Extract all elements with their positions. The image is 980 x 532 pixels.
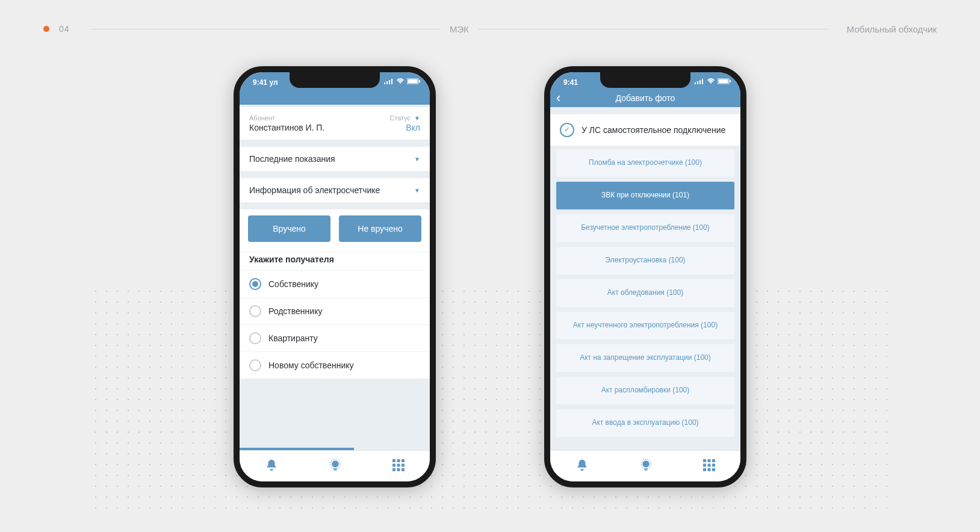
check-label: У ЛС самостоятельное подключение	[581, 125, 725, 135]
photo-category-option[interactable]: Акт обледования (100)	[556, 279, 734, 307]
svg-rect-11	[402, 459, 405, 462]
meter-info-expander[interactable]: Информация об электросчетчике ▼	[240, 178, 430, 202]
screen1-body: Абонент Константинов И. П. Статус ▼ Вкл …	[240, 107, 430, 450]
svg-rect-17	[402, 468, 405, 471]
tab-bar	[550, 450, 740, 481]
recipient-title: Укажите получателя	[240, 252, 430, 270]
recipient-radio-item[interactable]: Квартиранту	[240, 324, 430, 351]
page-number: 04	[59, 24, 70, 34]
signal-icon	[695, 78, 704, 84]
recipient-radio-list: СобственикуРодственникуКвартирантуНовому…	[240, 270, 430, 379]
svg-rect-30	[703, 463, 706, 466]
svg-rect-32	[712, 463, 715, 466]
recipient-radio-item[interactable]: Новому собственнику	[240, 351, 430, 379]
phone-mockup-1: 9:41 ул Абонент Константинов И. П. Стату…	[234, 66, 436, 487]
radio-icon	[249, 305, 261, 317]
svg-rect-31	[708, 463, 711, 466]
grid-icon[interactable]	[392, 459, 405, 474]
svg-rect-23	[719, 79, 728, 84]
readings-expander[interactable]: Последние показания ▼	[240, 147, 430, 171]
page-tagline: Мобильный обходчик	[847, 24, 937, 34]
radio-label: Собственику	[268, 279, 318, 289]
radio-icon	[249, 332, 261, 344]
signal-icon	[384, 78, 394, 84]
chevron-down-icon: ▼	[414, 187, 420, 194]
svg-rect-14	[402, 463, 405, 466]
photo-category-option[interactable]: Акт неучтенного электропотребления (100)	[556, 312, 734, 339]
svg-rect-27	[703, 459, 706, 462]
svg-rect-33	[703, 468, 706, 471]
tab-bar	[240, 450, 430, 481]
photo-category-option[interactable]: Акт ввода в эксплуатацию (100)	[556, 409, 734, 437]
app-bar: ‹ Добавить фото	[550, 89, 740, 107]
readings-label: Последние показания	[249, 154, 335, 164]
svg-rect-1	[386, 81, 388, 84]
photo-category-option[interactable]: ЗВК при отключении (101)	[556, 182, 734, 209]
status-right-icons	[384, 78, 420, 84]
svg-rect-12	[392, 463, 395, 466]
svg-rect-5	[408, 79, 418, 84]
radio-icon	[249, 278, 261, 290]
svg-point-7	[332, 461, 338, 467]
bell-icon[interactable]	[265, 459, 278, 474]
radio-icon	[249, 359, 261, 371]
lightbulb-icon[interactable]	[639, 458, 653, 475]
battery-icon	[407, 78, 420, 84]
photo-category-option[interactable]: Безучетное электропотребление (100)	[556, 214, 734, 242]
handed-button[interactable]: Вручено	[248, 215, 330, 242]
bell-icon[interactable]	[575, 459, 589, 474]
radio-label: Новому собственнику	[268, 360, 353, 370]
grid-icon[interactable]	[703, 459, 715, 474]
svg-rect-10	[397, 459, 400, 462]
chevron-down-icon[interactable]: ▼	[414, 115, 420, 122]
svg-rect-2	[389, 80, 390, 84]
screen2-body: ✓ У ЛС самостоятельное подключение Пломб…	[550, 107, 740, 450]
phone-notch	[290, 72, 380, 88]
recipient-radio-item[interactable]: Родственнику	[240, 297, 430, 324]
meter-info-label: Информация об электросчетчике	[249, 185, 380, 195]
wifi-icon	[396, 78, 405, 84]
svg-rect-13	[397, 463, 400, 466]
svg-rect-6	[419, 80, 420, 82]
accent-dot-icon	[43, 26, 49, 32]
status-time: 9:41	[563, 78, 578, 87]
not-handed-button[interactable]: Не вручено	[339, 215, 421, 242]
photo-category-option[interactable]: Акт распломбировки (100)	[556, 377, 734, 404]
photo-category-list: Пломба на электросчетчике (100)ЗВК при о…	[550, 146, 740, 437]
svg-rect-34	[708, 468, 711, 471]
divider-line	[91, 29, 440, 29]
phone-notch	[600, 72, 690, 88]
status-right-icons	[695, 78, 731, 84]
svg-rect-29	[712, 459, 715, 462]
radio-label: Родственнику	[268, 306, 322, 316]
divider-line	[479, 29, 827, 29]
radio-label: Квартиранту	[268, 333, 318, 343]
svg-rect-19	[697, 81, 698, 84]
svg-rect-3	[391, 79, 392, 84]
status-label: Статус	[389, 114, 411, 122]
lightbulb-icon[interactable]	[328, 458, 343, 475]
recipient-radio-item[interactable]: Собственику	[240, 270, 430, 297]
svg-rect-35	[712, 468, 715, 471]
svg-rect-21	[702, 79, 703, 84]
subscriber-card: Абонент Константинов И. П. Статус ▼ Вкл	[240, 107, 430, 140]
svg-rect-9	[392, 459, 395, 462]
status-value[interactable]: Вкл	[406, 123, 420, 132]
photo-category-option[interactable]: Акт на запрещение эксплуатации (100)	[556, 344, 734, 372]
subscriber-label: Абонент	[249, 114, 324, 122]
svg-point-25	[643, 461, 649, 467]
svg-rect-20	[699, 80, 701, 84]
svg-rect-15	[392, 468, 395, 471]
photo-category-option[interactable]: Электроустановка (100)	[556, 247, 734, 274]
chevron-down-icon: ▼	[414, 156, 420, 162]
battery-icon	[718, 78, 731, 84]
status-time: 9:41 ул	[253, 78, 278, 87]
wifi-icon	[707, 78, 715, 84]
app-bar-title: Добавить фото	[616, 93, 675, 103]
page-header: 04 МЭК Мобильный обходчик	[43, 22, 937, 36]
self-connection-check[interactable]: ✓ У ЛС самостоятельное подключение	[550, 114, 740, 146]
brand-label: МЭК	[450, 24, 469, 34]
photo-category-option[interactable]: Пломба на электросчетчике (100)	[556, 149, 734, 177]
phone-mockup-2: 9:41 ‹ Добавить фото ✓ У ЛС самостоятель…	[544, 66, 746, 487]
back-icon[interactable]: ‹	[556, 91, 560, 105]
